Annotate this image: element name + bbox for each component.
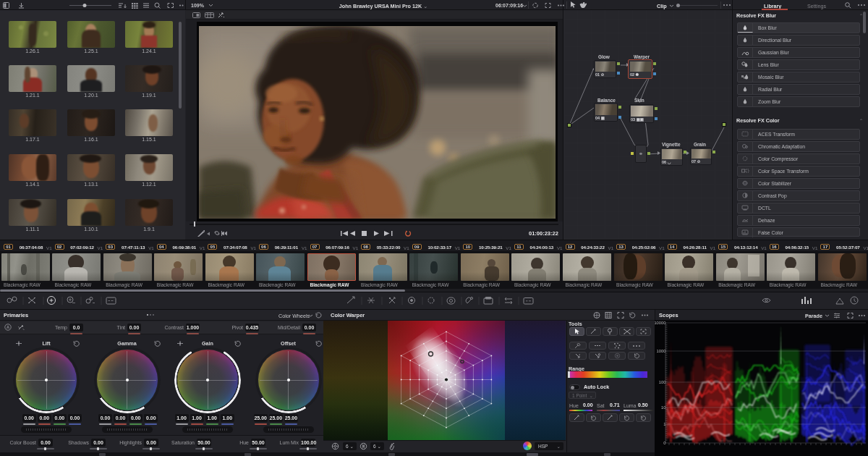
svg-text:100: 100 bbox=[659, 380, 666, 384]
svg-text:1000: 1000 bbox=[657, 349, 666, 353]
svg-text:10000: 10000 bbox=[655, 321, 666, 325]
svg-text:10: 10 bbox=[661, 405, 665, 410]
